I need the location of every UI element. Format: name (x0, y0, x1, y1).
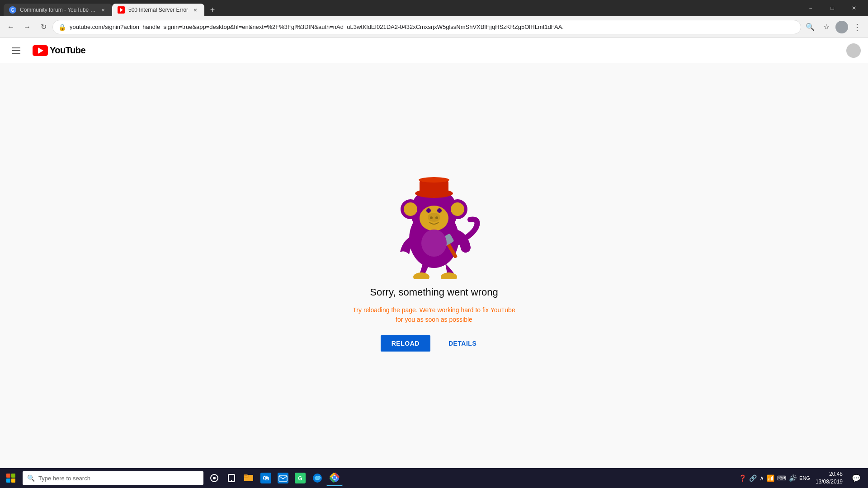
taskbar: 🔍 Type here to search (0, 468, 868, 488)
svg-point-9 (404, 202, 417, 216)
svg-text:🛍: 🛍 (263, 474, 269, 482)
start-square-4 (11, 479, 15, 483)
taskbar-chrome-app[interactable] (326, 470, 343, 486)
svg-point-25 (213, 477, 216, 479)
details-button[interactable]: DETAILS (438, 335, 487, 352)
hamburger-line-2 (12, 50, 20, 51)
svg-rect-30 (244, 474, 247, 476)
tab-bar: G Community forum - YouTube He... ✕ 500 … (0, 0, 797, 16)
maximize-button[interactable]: □ (822, 1, 843, 15)
tab2-favicon (118, 6, 125, 14)
error-title: Sorry, something went wrong (370, 286, 498, 298)
youtube-logo-icon (33, 45, 48, 56)
youtube-main-content: Sorry, something went wrong Try reloadin… (0, 63, 868, 468)
tab2-title: 500 Internal Server Error (128, 7, 188, 13)
nav-right-icons: 🔍 ☆ ⋮ (803, 20, 864, 34)
svg-point-40 (333, 476, 336, 479)
tab2-close-button[interactable]: ✕ (192, 6, 199, 14)
taskbar-search-text: Type here to search (38, 475, 90, 482)
svg-point-15 (435, 216, 438, 219)
start-icon (6, 474, 15, 483)
notification-button[interactable]: 💬 (848, 470, 864, 486)
youtube-logo-text: YouTube (50, 45, 85, 56)
task-view-icon (210, 474, 219, 483)
hamburger-line-1 (12, 47, 20, 48)
svg-point-21 (413, 272, 429, 279)
tab1-close-button[interactable]: ✕ (99, 6, 107, 14)
svg-text:G: G (11, 8, 14, 13)
speaker-icon[interactable]: 🔊 (789, 474, 797, 482)
svg-point-14 (430, 216, 433, 219)
youtube-logo[interactable]: YouTube (33, 45, 85, 56)
monkey-illustration (380, 153, 488, 279)
clock-date: 13/08/2019 (816, 478, 843, 486)
tab-community-forum[interactable]: G Community forum - YouTube He... ✕ (4, 4, 112, 16)
svg-point-13 (428, 213, 440, 222)
reload-page-button[interactable]: RELOAD (381, 335, 430, 352)
keyboard-icon[interactable]: ⌨ (777, 474, 786, 482)
tablet-mode-icon (227, 474, 236, 482)
error-buttons: RELOAD DETAILS (381, 335, 487, 352)
hamburger-line-3 (12, 53, 20, 54)
start-button[interactable] (2, 470, 20, 486)
close-button[interactable]: ✕ (844, 1, 864, 15)
taskbar-edge-app[interactable] (309, 470, 326, 486)
minimize-button[interactable]: − (800, 1, 821, 15)
window-controls: − □ ✕ (797, 0, 868, 16)
mail-icon (278, 473, 288, 483)
reload-button[interactable]: ↻ (36, 20, 51, 34)
forward-button[interactable]: → (20, 20, 34, 34)
taskbar-store-app[interactable]: 🛍 (258, 470, 274, 486)
address-bar[interactable]: 🔒 youtube.com/signin?action_handle_signi… (52, 20, 801, 34)
chrome-icon (329, 472, 340, 483)
nav-bar: ← → ↻ 🔒 youtube.com/signin?action_handle… (0, 16, 868, 38)
taskbar-mail-app[interactable] (275, 470, 291, 486)
svg-point-23 (421, 230, 447, 257)
help-icon[interactable]: ❓ (739, 474, 746, 482)
taskbar-right-area: ❓ 🔗 ∧ 📶 ⌨ 🔊 ENG 20:48 13/08/2019 💬 (739, 470, 866, 486)
network-icon[interactable]: 🔗 (749, 474, 757, 482)
youtube-header-right (846, 43, 861, 58)
tab1-title: Community forum - YouTube He... (20, 7, 96, 13)
wifi-icon[interactable]: 📶 (767, 474, 774, 482)
youtube-user-avatar[interactable] (846, 43, 861, 58)
hamburger-menu-button[interactable] (7, 42, 25, 60)
store-icon: 🛍 (260, 473, 271, 483)
clock-time: 20:48 (829, 470, 843, 478)
taskbar-explorer-app[interactable] (241, 470, 257, 486)
taskbar-unknown-app[interactable]: G (292, 470, 308, 486)
tablet-mode-button[interactable] (223, 470, 240, 486)
extensions-button[interactable]: ⋮ (850, 20, 864, 34)
error-subtitle: Try reloading the page. We're working ha… (353, 305, 515, 324)
task-view-button[interactable] (206, 470, 222, 486)
chevron-icon[interactable]: ∧ (760, 474, 764, 482)
youtube-header: YouTube (0, 38, 868, 63)
svg-point-22 (441, 272, 457, 279)
svg-point-10 (451, 202, 464, 216)
start-square-2 (11, 474, 15, 478)
edge-icon (312, 473, 323, 483)
address-text: youtube.com/signin?action_handle_signin=… (70, 23, 795, 30)
taskbar-clock[interactable]: 20:48 13/08/2019 (812, 470, 846, 486)
explorer-icon (243, 473, 254, 483)
error-container: Sorry, something went wrong Try reloadin… (353, 153, 515, 352)
language-label[interactable]: ENG (799, 475, 810, 481)
search-nav-button[interactable]: 🔍 (803, 20, 817, 34)
tab-500-error[interactable]: 500 Internal Server Error ✕ (112, 4, 204, 16)
bookmark-button[interactable]: ☆ (819, 20, 834, 34)
start-square-3 (6, 479, 10, 483)
start-square-1 (6, 474, 10, 478)
svg-point-11 (426, 208, 431, 213)
svg-text:G: G (298, 475, 302, 482)
title-bar: G Community forum - YouTube He... ✕ 500 … (0, 0, 868, 16)
new-tab-button[interactable]: + (206, 4, 219, 16)
taskbar-search-icon: 🔍 (27, 474, 35, 482)
svg-point-12 (437, 208, 442, 213)
app4-icon: G (295, 473, 306, 483)
svg-point-18 (419, 177, 449, 183)
tab1-favicon: G (9, 6, 16, 14)
taskbar-search-bar[interactable]: 🔍 Type here to search (23, 471, 203, 485)
back-button[interactable]: ← (4, 20, 18, 34)
profile-avatar[interactable] (835, 21, 848, 33)
taskbar-system-icons: ❓ 🔗 ∧ 📶 ⌨ 🔊 ENG (739, 474, 810, 482)
